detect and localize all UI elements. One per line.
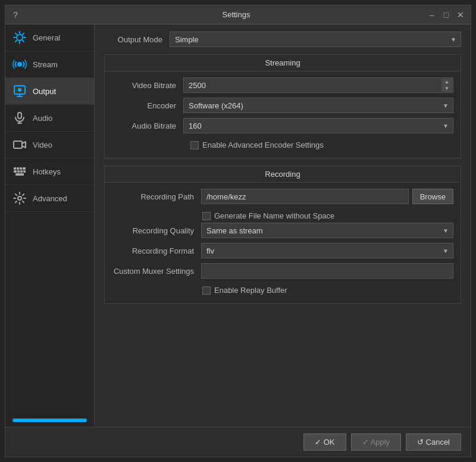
recording-format-wrapper: flv mp4 mov mkv ts m3u8 ▼	[201, 243, 453, 258]
recording-format-label: Recording Format	[112, 246, 201, 255]
sidebar-item-general[interactable]: General	[5, 24, 94, 51]
svg-rect-7	[17, 167, 19, 170]
audio-bitrate-wrapper: 64 96 128 160 192 256 320 ▼	[183, 118, 453, 133]
recording-quality-wrapper: Same as stream High Quality Lossless Qua…	[201, 223, 453, 238]
video-bitrate-up[interactable]: ▲	[441, 79, 452, 85]
output-mode-select-wrapper: Simple Advanced ▼	[170, 32, 461, 47]
svg-point-1	[17, 62, 22, 67]
encoder-row: Encoder Software (x264) Hardware (NVENC)…	[112, 98, 453, 113]
svg-rect-6	[14, 167, 16, 170]
svg-rect-5	[14, 141, 22, 148]
encoder-label: Encoder	[112, 101, 183, 110]
output-mode-select[interactable]: Simple Advanced	[170, 32, 461, 47]
hotkeys-icon	[12, 164, 27, 179]
svg-rect-14	[15, 173, 24, 176]
sidebar-item-hotkeys[interactable]: Hotkeys	[5, 158, 94, 185]
encoder-select[interactable]: Software (x264) Hardware (NVENC) Hardwar…	[183, 98, 453, 113]
maximize-button[interactable]: □	[441, 10, 452, 20]
video-bitrate-down[interactable]: ▼	[441, 85, 452, 92]
sidebar-item-audio[interactable]: Audio	[5, 105, 94, 132]
audio-bitrate-label: Audio Bitrate	[112, 121, 183, 130]
streaming-section-content: Video Bitrate ▲ ▼ Encoder	[105, 71, 461, 158]
content-area: Output Mode Simple Advanced ▼ Streaming …	[95, 24, 471, 427]
output-mode-row: Output Mode Simple Advanced ▼	[104, 32, 461, 47]
sidebar-label-hotkeys: Hotkeys	[33, 167, 61, 176]
generate-filename-label[interactable]: Generate File Name without Space	[214, 211, 334, 220]
recording-path-row: Recording Path Browse	[112, 189, 453, 204]
recording-quality-select[interactable]: Same as stream High Quality Lossless Qua…	[201, 223, 453, 238]
replay-buffer-label[interactable]: Enable Replay Buffer	[214, 286, 287, 295]
sidebar-item-stream[interactable]: Stream	[5, 51, 94, 78]
stream-icon	[12, 57, 27, 71]
sidebar-item-advanced[interactable]: Advanced	[5, 185, 94, 212]
cancel-button[interactable]: ↺ Cancel	[406, 433, 461, 451]
custom-muxer-field	[201, 263, 453, 279]
video-bitrate-arrows: ▲ ▼	[441, 79, 452, 92]
close-button[interactable]: ✕	[455, 10, 466, 20]
svg-point-3	[18, 88, 21, 92]
sidebar-label-advanced: Advanced	[33, 194, 67, 203]
svg-rect-8	[20, 167, 22, 170]
recording-section-title: Recording	[105, 166, 461, 183]
dialog-footer: ✓ OK ✓ Apply ↺ Cancel	[5, 427, 471, 457]
sidebar-spacer	[5, 212, 94, 414]
svg-rect-11	[17, 170, 20, 173]
custom-muxer-row: Custom Muxer Settings	[112, 263, 453, 279]
custom-muxer-label: Custom Muxer Settings	[112, 267, 201, 276]
video-bitrate-label: Video Bitrate	[112, 81, 183, 90]
sidebar-label-stream: Stream	[33, 60, 58, 69]
output-mode-label: Output Mode	[104, 35, 170, 44]
settings-dialog: ? Settings – □ ✕ General	[5, 5, 471, 457]
recording-section-content: Recording Path Browse Generate File Name…	[105, 183, 461, 303]
svg-point-15	[18, 196, 21, 200]
advanced-encoder-row: Enable Advanced Encoder Settings	[190, 138, 453, 152]
recording-format-select[interactable]: flv mp4 mov mkv ts m3u8	[201, 243, 453, 258]
sidebar-label-general: General	[33, 33, 60, 42]
browse-button[interactable]: Browse	[412, 189, 453, 204]
advanced-encoder-label[interactable]: Enable Advanced Encoder Settings	[202, 141, 324, 149]
recording-format-row: Recording Format flv mp4 mov mkv ts m3u8…	[112, 243, 453, 258]
sidebar-label-output: Output	[33, 87, 56, 96]
audio-bitrate-select[interactable]: 64 96 128 160 192 256 320	[183, 118, 453, 133]
svg-rect-13	[23, 170, 26, 173]
minimize-button[interactable]: –	[427, 10, 437, 20]
svg-rect-10	[14, 170, 17, 173]
apply-button[interactable]: ✓ Apply	[351, 433, 401, 451]
generate-filename-row: Generate File Name without Space	[202, 209, 453, 223]
help-button[interactable]: ?	[10, 10, 21, 20]
recording-quality-label: Recording Quality	[112, 226, 201, 235]
sidebar-item-video[interactable]: Video	[5, 132, 94, 158]
general-icon	[12, 30, 27, 45]
generate-filename-checkbox[interactable]	[202, 212, 211, 220]
audio-icon	[12, 111, 27, 125]
svg-rect-9	[23, 167, 26, 170]
title-bar-left: ?	[10, 10, 46, 20]
encoder-select-wrapper: Software (x264) Hardware (NVENC) Hardwar…	[183, 98, 453, 113]
advanced-icon	[12, 191, 27, 205]
window-controls: – □ ✕	[427, 10, 466, 20]
recording-path-input[interactable]	[201, 189, 409, 204]
streaming-section: Streaming Video Bitrate ▲ ▼	[104, 54, 461, 158]
replay-buffer-checkbox[interactable]	[202, 286, 211, 295]
output-icon	[12, 84, 27, 98]
custom-muxer-input[interactable]	[201, 263, 453, 279]
recording-path-field-row: Browse	[201, 189, 453, 204]
streaming-section-title: Streaming	[105, 55, 461, 71]
video-bitrate-input[interactable]	[183, 77, 453, 93]
advanced-encoder-checkbox[interactable]	[190, 141, 199, 149]
audio-bitrate-row: Audio Bitrate 64 96 128 160 192 256 320	[112, 118, 453, 133]
recording-section: Recording Recording Path Browse Generate…	[104, 166, 461, 304]
dialog-body: General Stream	[5, 24, 471, 427]
dialog-title: Settings	[46, 10, 427, 19]
video-bitrate-row: Video Bitrate ▲ ▼	[112, 77, 453, 93]
ok-button[interactable]: ✓ OK	[303, 433, 346, 451]
sidebar-label-video: Video	[33, 141, 52, 149]
recording-quality-row: Recording Quality Same as stream High Qu…	[112, 223, 453, 238]
sidebar-item-output[interactable]: Output	[5, 78, 94, 105]
title-bar: ? Settings – □ ✕	[5, 5, 471, 24]
recording-path-label: Recording Path	[112, 192, 201, 201]
sidebar: General Stream	[5, 24, 95, 427]
sidebar-bottom-bar	[12, 419, 87, 422]
svg-rect-12	[20, 170, 23, 173]
svg-rect-4	[18, 113, 21, 118]
